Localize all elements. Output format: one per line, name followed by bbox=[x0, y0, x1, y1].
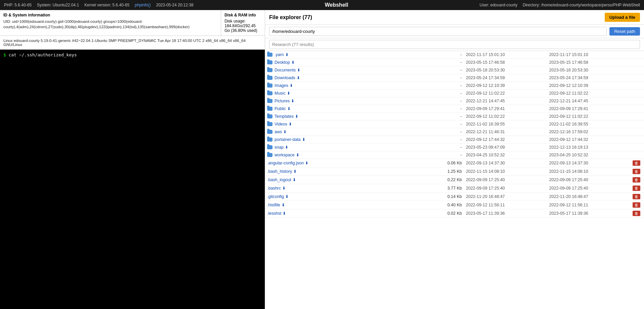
delete-button[interactable]: 🗑 bbox=[633, 194, 640, 199]
terminal[interactable]: $ cat ~/.ssh/authorized_keys bbox=[0, 50, 265, 309]
file-list-container: .yarn ⬇-2022-11-17 15:01:102022-11-17 15… bbox=[265, 51, 644, 309]
download-icon[interactable]: ⬇ bbox=[296, 153, 299, 157]
download-icon[interactable]: ⬇ bbox=[283, 211, 286, 216]
download-icon[interactable]: ⬇ bbox=[297, 75, 300, 80]
download-icon[interactable]: ⬇ bbox=[293, 169, 297, 174]
table-row: Music ⬇-2022-09-12 11:02:222022-09-12 11… bbox=[265, 90, 644, 97]
file-created-date: 2022-09-13 14:37:30 bbox=[547, 159, 631, 167]
delete-button[interactable]: 🗑 bbox=[633, 211, 640, 216]
search-input[interactable] bbox=[269, 40, 640, 49]
file-link[interactable]: .yarn bbox=[275, 52, 284, 57]
delete-button[interactable]: 🗑 bbox=[633, 186, 640, 191]
file-link[interactable]: Templates bbox=[275, 114, 294, 119]
app-title: Webshell bbox=[199, 2, 474, 8]
download-icon[interactable]: ⬇ bbox=[282, 203, 285, 207]
file-size: - bbox=[419, 151, 464, 159]
folder-icon bbox=[267, 84, 273, 88]
download-icon[interactable]: ⬇ bbox=[290, 83, 293, 88]
file-name-cell: Images ⬇ bbox=[267, 83, 417, 88]
file-modified-date: 2023-05-15 17:46:58 bbox=[464, 59, 547, 66]
delete-button[interactable]: 🗑 bbox=[633, 177, 640, 183]
file-link[interactable]: aws bbox=[275, 130, 282, 134]
folder-icon bbox=[267, 153, 273, 157]
file-modified-date: 2022-09-09 17:29:41 bbox=[464, 105, 547, 113]
kernel-info: Linux edouard-courty 5.19.0-41-generic #… bbox=[0, 36, 265, 50]
download-icon[interactable]: ⬇ bbox=[302, 137, 305, 142]
file-link[interactable]: Videos bbox=[275, 122, 287, 126]
file-link[interactable]: portainer-data bbox=[275, 137, 301, 142]
file-created-date: 2022-11-02 16:39:55 bbox=[547, 120, 631, 128]
file-link[interactable]: workspace bbox=[275, 153, 295, 157]
folder-icon bbox=[267, 145, 273, 149]
file-name-cell: Downloads ⬇ bbox=[267, 75, 417, 80]
directory-info: Directory: /home/edouard-courty/workspac… bbox=[523, 3, 640, 7]
table-row: .histfile ⬇0.40 Kb2022-09-12 11:56:11202… bbox=[265, 201, 644, 209]
upload-button[interactable]: Upload a file bbox=[605, 13, 640, 22]
file-created-date: 2023-05-17 11:39:36 bbox=[547, 209, 631, 218]
file-name-cell: .yarn ⬇ bbox=[267, 52, 417, 57]
file-modified-date: 2022-11-20 16:48:47 bbox=[464, 193, 547, 201]
download-icon[interactable]: ⬇ bbox=[285, 194, 289, 199]
download-icon[interactable]: ⬇ bbox=[291, 60, 295, 65]
file-link[interactable]: .gitconfig bbox=[267, 194, 284, 199]
file-link[interactable]: Images bbox=[275, 83, 288, 88]
file-link[interactable]: .histfile bbox=[267, 203, 280, 207]
file-size: - bbox=[419, 66, 464, 74]
file-size: - bbox=[419, 144, 464, 151]
file-modified-date: 2022-11-17 15:01:10 bbox=[464, 51, 547, 59]
file-name-cell: aws ⬇ bbox=[267, 130, 417, 134]
file-name-cell: .gitconfig ⬇ bbox=[267, 194, 417, 199]
file-link[interactable]: Public bbox=[275, 106, 286, 111]
file-size: - bbox=[419, 105, 464, 113]
file-size: - bbox=[419, 97, 464, 105]
file-created-date: 2022-12-13 16:19:13 bbox=[547, 144, 631, 151]
file-link[interactable]: .bashrc bbox=[267, 186, 281, 191]
file-link[interactable]: .angular-config.json bbox=[267, 161, 304, 165]
file-link[interactable]: .bash_logout bbox=[267, 177, 291, 182]
file-created-date: 2023-05-24 17:34:59 bbox=[547, 74, 631, 82]
kernel-version: Kernel version: 5.6.40-65 bbox=[84, 3, 129, 7]
file-link[interactable]: Desktop bbox=[275, 60, 290, 65]
phpinfo-link[interactable]: phpinfo() bbox=[135, 3, 151, 7]
file-created-date: 2022-09-09 17:25:40 bbox=[547, 176, 631, 184]
table-row: workspace ⬇-2023-04-25 10:52:322023-04-2… bbox=[265, 151, 644, 159]
file-link[interactable]: .bash_history bbox=[267, 169, 292, 174]
file-name-cell: Documents ⬇ bbox=[267, 68, 417, 72]
file-name-cell: .histfile ⬇ bbox=[267, 203, 417, 207]
file-modified-date: 2022-12-21 14:47:45 bbox=[464, 97, 547, 105]
delete-button[interactable]: 🗑 bbox=[633, 160, 640, 166]
table-row: Videos ⬇-2022-11-02 16:39:552022-11-02 1… bbox=[265, 120, 644, 128]
file-link[interactable]: Music bbox=[275, 91, 286, 96]
file-link[interactable]: .lesshst bbox=[267, 211, 281, 216]
file-link[interactable]: Pictures bbox=[275, 99, 290, 103]
uid-text: UID: uid=1000(edouard-courty) gid=1000(e… bbox=[3, 19, 217, 30]
download-icon[interactable]: ⬇ bbox=[287, 91, 290, 96]
file-created-date: 2022-09-09 17:29:41 bbox=[547, 105, 631, 113]
delete-button[interactable]: 🗑 bbox=[633, 202, 640, 208]
file-name-cell: Pictures ⬇ bbox=[267, 99, 417, 103]
download-icon[interactable]: ⬇ bbox=[285, 145, 288, 150]
delete-button[interactable]: 🗑 bbox=[633, 169, 640, 174]
file-size: - bbox=[419, 59, 464, 66]
download-icon[interactable]: ⬇ bbox=[291, 99, 294, 103]
file-created-date: 2022-11-15 14:08:10 bbox=[547, 167, 631, 176]
download-icon[interactable]: ⬇ bbox=[295, 114, 298, 119]
file-explorer-panel: File explorer (77) Upload a file Reset p… bbox=[265, 10, 644, 309]
file-link[interactable]: Downloads bbox=[275, 75, 295, 80]
download-icon[interactable]: ⬇ bbox=[285, 52, 289, 57]
file-action-cell bbox=[631, 74, 644, 82]
download-icon[interactable]: ⬇ bbox=[282, 186, 286, 191]
download-icon[interactable]: ⬇ bbox=[289, 122, 292, 126]
download-icon[interactable]: ⬇ bbox=[297, 68, 300, 72]
file-link[interactable]: snap bbox=[275, 145, 284, 150]
path-input[interactable] bbox=[269, 27, 607, 36]
file-created-date: 2022-09-12 11:56:11 bbox=[547, 201, 631, 209]
file-name-cell: workspace ⬇ bbox=[267, 153, 417, 157]
file-created-date: 2022-09-12 11:02:22 bbox=[547, 90, 631, 97]
download-icon[interactable]: ⬇ bbox=[293, 177, 296, 182]
download-icon[interactable]: ⬇ bbox=[283, 130, 287, 134]
download-icon[interactable]: ⬇ bbox=[305, 161, 308, 165]
download-icon[interactable]: ⬇ bbox=[287, 106, 291, 111]
reset-path-button[interactable]: Reset path bbox=[609, 27, 640, 36]
file-link[interactable]: Documents bbox=[275, 68, 296, 72]
